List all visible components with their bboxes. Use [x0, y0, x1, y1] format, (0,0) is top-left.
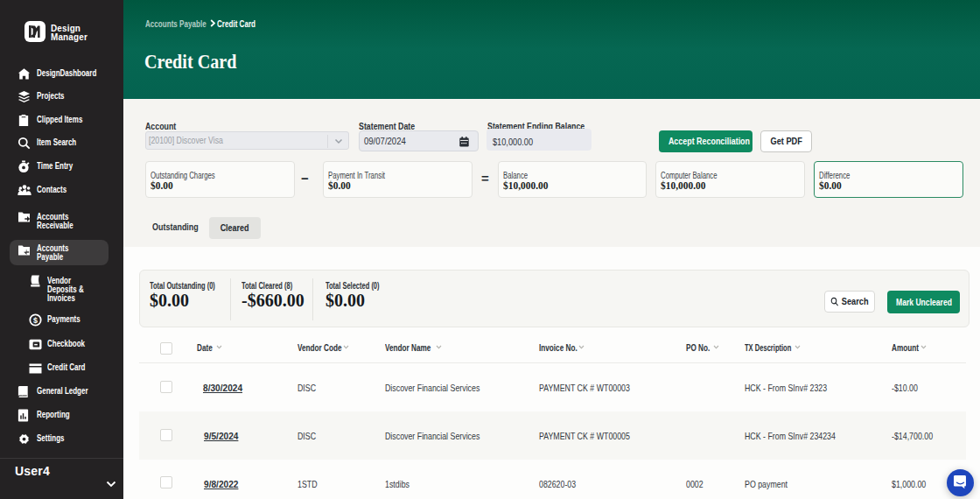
svg-text:$: $: [33, 316, 38, 325]
